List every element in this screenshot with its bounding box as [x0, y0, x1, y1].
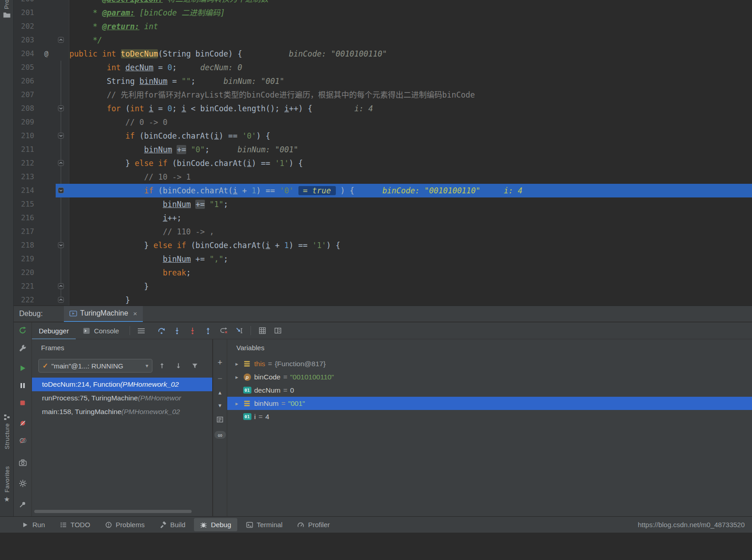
- code-line-207[interactable]: 207 // 先利用for循环对ArrayList类型的binCode进行遍历，…: [14, 88, 752, 102]
- code-line-218[interactable]: 218 } else if (binCode.charAt(i + 1) == …: [14, 239, 752, 252]
- rerun-debug-button[interactable]: [16, 324, 29, 337]
- code-line-214[interactable]: 214 if (binCode.charAt(i + 1) == '0' = t…: [14, 184, 752, 197]
- gutter-cell[interactable]: [34, 197, 69, 211]
- gutter-cell[interactable]: [34, 293, 69, 306]
- toolbar-menu-button[interactable]: [134, 324, 149, 337]
- gutter-cell[interactable]: [34, 280, 69, 293]
- variable-row-binCode[interactable]: ▸pbinCode = "0010100110": [227, 370, 752, 384]
- code-line-217[interactable]: 217 // 110 -> ,: [14, 225, 752, 239]
- code-line-213[interactable]: 213 // 10 -> 1: [14, 170, 752, 184]
- code-line-200[interactable]: 200 * @description: 将二进制编码转换为十进制数: [14, 0, 752, 6]
- stack-frame-row[interactable]: toDecNum:214, Function (PMHomework_02: [32, 378, 212, 391]
- gutter-cell[interactable]: [34, 33, 69, 47]
- gutter-cell[interactable]: [34, 156, 69, 170]
- fold-collapse-icon[interactable]: [58, 105, 64, 111]
- code-line-220[interactable]: 220 break;: [14, 266, 752, 280]
- gutter-cell[interactable]: @: [34, 47, 69, 61]
- sidebar-item-structure[interactable]: Structure: [0, 414, 14, 449]
- fold-collapse-icon[interactable]: [58, 187, 64, 193]
- gutter-cell[interactable]: [34, 102, 69, 115]
- gutter-cell[interactable]: [34, 184, 69, 197]
- code-line-204[interactable]: 204@public int toDecNum(String binCode) …: [14, 47, 752, 61]
- horizontal-scrollbar[interactable]: [34, 510, 192, 513]
- code-editor[interactable]: 200 * @description: 将二进制编码转换为十进制数201 * @…: [14, 0, 752, 306]
- expand-chevron-icon[interactable]: ▸: [234, 400, 240, 407]
- gutter-cell[interactable]: [34, 239, 69, 252]
- code-line-201[interactable]: 201 * @param: [binCode 二进制编码]: [14, 6, 752, 20]
- sidebar-item-favorites[interactable]: Favorites ★: [0, 466, 14, 503]
- code-line-222[interactable]: 222 }: [14, 293, 752, 306]
- gutter-cell[interactable]: [34, 252, 69, 266]
- statusbar-item-terminal[interactable]: Terminal: [240, 518, 289, 531]
- thread-dropdown[interactable]: ✓ "main"@1...: RUNNING ▾: [38, 359, 152, 373]
- fold-expand-icon[interactable]: [58, 283, 64, 289]
- close-tab-icon[interactable]: ×: [133, 310, 137, 317]
- tab-console[interactable]: Console: [76, 322, 126, 339]
- resume-button[interactable]: [16, 362, 29, 374]
- settings-gear-button[interactable]: [16, 477, 29, 490]
- gutter-cell[interactable]: [34, 225, 69, 239]
- stop-button[interactable]: [16, 396, 29, 409]
- stack-frame-row[interactable]: runProcess:75, TuringMachine (PMHomewor: [32, 391, 212, 405]
- pin-tab-button[interactable]: [16, 498, 29, 511]
- statusbar-item-profiler[interactable]: Profiler: [291, 518, 336, 531]
- variable-row-this[interactable]: ▸this = {Function@817}: [227, 357, 752, 370]
- statusbar-item-debug[interactable]: Debug: [194, 518, 237, 531]
- code-line-216[interactable]: 216 i++;: [14, 211, 752, 225]
- code-line-203[interactable]: 203 */: [14, 33, 752, 47]
- next-frame-button[interactable]: [172, 359, 185, 372]
- force-step-into-button[interactable]: [185, 324, 200, 337]
- gutter-cell[interactable]: [34, 0, 69, 6]
- fold-collapse-icon[interactable]: [58, 242, 64, 248]
- run-to-cursor-button[interactable]: [231, 324, 247, 337]
- statusbar-item-todo[interactable]: TODO: [54, 518, 96, 531]
- fold-collapse-icon[interactable]: [58, 133, 64, 139]
- gutter-cell[interactable]: [34, 129, 69, 143]
- step-into-button[interactable]: [169, 324, 185, 337]
- fold-expand-icon[interactable]: [58, 297, 64, 303]
- code-line-221[interactable]: 221 }: [14, 280, 752, 293]
- debugger-settings-wrench-button[interactable]: [16, 342, 29, 354]
- fold-expand-icon[interactable]: [58, 160, 64, 166]
- statusbar-item-build[interactable]: Build: [153, 518, 191, 531]
- scroll-up-button[interactable]: ▲: [218, 390, 223, 395]
- layout-settings-button[interactable]: [270, 324, 286, 337]
- statusbar-item-problems[interactable]: Problems: [99, 518, 151, 531]
- expand-chevron-icon[interactable]: ▸: [234, 361, 240, 367]
- variable-row-i[interactable]: 01i = 4: [227, 410, 752, 423]
- add-watch-button[interactable]: +: [218, 358, 223, 367]
- gutter-cell[interactable]: [34, 6, 69, 20]
- variable-row-decNum[interactable]: 01decNum = 0: [227, 384, 752, 397]
- code-line-206[interactable]: 206 String binNum = ""; binNum: "001": [14, 74, 752, 88]
- variable-row-binNum[interactable]: ▸binNum = "001": [227, 397, 752, 410]
- fold-expand-icon[interactable]: [58, 37, 64, 43]
- code-line-202[interactable]: 202 * @return: int: [14, 20, 752, 33]
- mute-breakpoints-button[interactable]: [16, 434, 29, 447]
- scroll-down-button[interactable]: ▼: [218, 403, 223, 408]
- code-line-210[interactable]: 210 if (binCode.charAt(i) == '0') {: [14, 129, 752, 143]
- code-line-205[interactable]: 205 int decNum = 0; decNum: 0: [14, 61, 752, 74]
- step-over-button[interactable]: [154, 324, 169, 337]
- gutter-cell[interactable]: [34, 61, 69, 74]
- async-stacks-toggle[interactable]: ∞: [214, 431, 226, 439]
- step-out-button[interactable]: [200, 324, 216, 337]
- gutter-cell[interactable]: [34, 115, 69, 129]
- gutter-cell[interactable]: [34, 170, 69, 184]
- expand-chevron-icon[interactable]: ▸: [234, 374, 240, 380]
- view-breakpoints-button[interactable]: [16, 417, 29, 430]
- pause-button[interactable]: [16, 379, 29, 392]
- session-tab-turingmachine[interactable]: TuringMachine ×: [64, 306, 143, 322]
- gutter-cell[interactable]: [34, 143, 69, 156]
- evaluate-grid-button[interactable]: [255, 324, 270, 337]
- restore-layout-button[interactable]: [216, 416, 224, 423]
- code-line-215[interactable]: 215 binNum += "1";: [14, 197, 752, 211]
- gutter-cell[interactable]: [34, 88, 69, 102]
- code-line-212[interactable]: 212 } else if (binCode.charAt(i) == '1')…: [14, 156, 752, 170]
- stack-frame-row[interactable]: main:158, TuringMachine (PMHomework_02: [32, 405, 212, 419]
- gutter-cell[interactable]: [34, 211, 69, 225]
- code-line-211[interactable]: 211 binNum += "0"; binNum: "001": [14, 143, 752, 156]
- thread-dump-camera-button[interactable]: [16, 456, 29, 469]
- drop-frame-button[interactable]: [216, 324, 231, 337]
- hide-frames-filter-button[interactable]: [188, 359, 202, 372]
- remove-watch-button[interactable]: −: [218, 374, 223, 383]
